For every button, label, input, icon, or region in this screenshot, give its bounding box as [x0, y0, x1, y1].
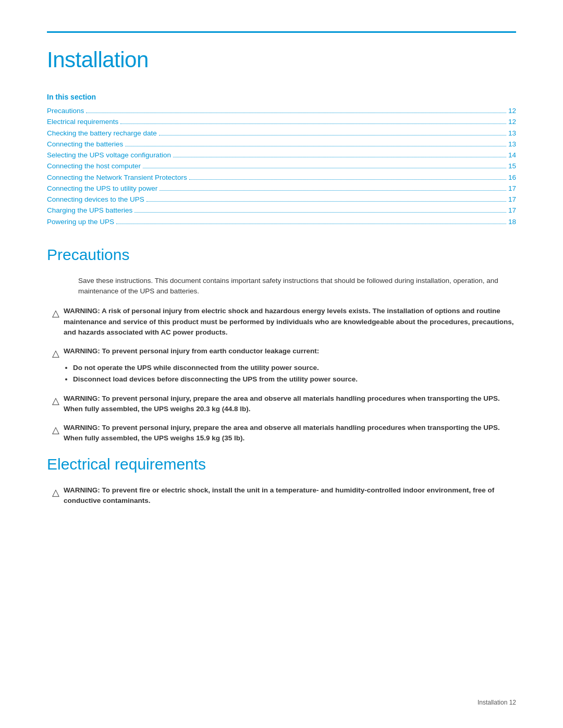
- warning-icon: △: [52, 306, 59, 320]
- toc-page: 12: [508, 106, 516, 116]
- toc-item[interactable]: Connecting the batteries13: [47, 139, 516, 150]
- toc-item[interactable]: Electrical requirements12: [47, 117, 516, 127]
- toc-fill: [173, 151, 506, 158]
- warning-line: △WARNING: To prevent personal injury, pr…: [52, 393, 516, 415]
- toc-item[interactable]: Connecting the UPS to utility power17: [47, 183, 516, 194]
- warning-bullet-item: Disconnect load devices before disconnec…: [73, 374, 516, 385]
- warning-text: WARNING: To prevent personal injury, pre…: [64, 423, 516, 444]
- toc-link[interactable]: Charging the UPS batteries: [47, 205, 132, 216]
- warning-block: △WARNING: To prevent fire or electric sh…: [47, 485, 516, 507]
- toc-fill: [134, 206, 506, 213]
- warnings-container: △WARNING: A risk of personal injury from…: [47, 306, 516, 443]
- electrical-requirements-heading: Electrical requirements: [47, 452, 516, 476]
- toc-fill: [116, 217, 506, 224]
- toc-item[interactable]: Powering up the UPS18: [47, 217, 516, 227]
- warning-line: △WARNING: A risk of personal injury from…: [52, 306, 516, 338]
- toc-page: 16: [508, 172, 516, 183]
- page: Installation In this section Precautions…: [0, 0, 563, 728]
- warning-line: △WARNING: To prevent fire or electric sh…: [52, 485, 516, 507]
- toc-link[interactable]: Connecting the host computer: [47, 161, 141, 171]
- toc-item[interactable]: Connecting devices to the UPS17: [47, 194, 516, 205]
- warning-block: △WARNING: To prevent personal injury, pr…: [47, 393, 516, 415]
- toc-page: 17: [508, 205, 516, 216]
- precautions-intro: Save these instructions. This document c…: [78, 276, 516, 297]
- toc-page: 15: [508, 161, 516, 171]
- warning-line: △WARNING: To prevent personal injury, pr…: [52, 423, 516, 444]
- toc-container: Precautions12Electrical requirements12Ch…: [47, 106, 516, 227]
- warning-text: WARNING: A risk of personal injury from …: [64, 306, 516, 338]
- warning-icon: △: [52, 423, 59, 437]
- toc-link[interactable]: Powering up the UPS: [47, 217, 114, 227]
- toc-page: 12: [508, 117, 516, 127]
- toc-item[interactable]: Checking the battery recharge date13: [47, 128, 516, 139]
- toc-link[interactable]: Connecting devices to the UPS: [47, 194, 144, 205]
- toc-fill: [125, 139, 506, 146]
- toc-item[interactable]: Selecting the UPS voltage configuration1…: [47, 150, 516, 161]
- footer: Installation 12: [478, 698, 516, 707]
- precautions-heading: Precautions: [47, 243, 516, 266]
- toc-link[interactable]: Electrical requirements: [47, 117, 118, 127]
- toc-page: 13: [508, 139, 516, 150]
- toc-page: 14: [508, 150, 516, 161]
- toc-fill: [120, 117, 506, 125]
- warning-line: △WARNING: To prevent personal injury fro…: [52, 346, 516, 361]
- warning-text: WARNING: To prevent personal injury, pre…: [64, 393, 516, 415]
- toc-link[interactable]: Precautions: [47, 106, 84, 116]
- toc-link[interactable]: Connecting the Network Transient Protect…: [47, 172, 187, 183]
- in-this-section-label: In this section: [47, 92, 516, 103]
- warning-block: △WARNING: A risk of personal injury from…: [47, 306, 516, 338]
- toc-page: 13: [508, 128, 516, 139]
- electrical-warnings-container: △WARNING: To prevent fire or electric sh…: [47, 485, 516, 507]
- toc-item[interactable]: Connecting the Network Transient Protect…: [47, 172, 516, 183]
- toc-fill: [189, 172, 506, 180]
- toc-item[interactable]: Charging the UPS batteries17: [47, 205, 516, 216]
- toc-fill: [146, 195, 506, 202]
- warning-block: △WARNING: To prevent personal injury fro…: [47, 346, 516, 385]
- warning-bullet-item: Do not operate the UPS while disconnecte…: [73, 363, 516, 373]
- warning-text: WARNING: To prevent personal injury from…: [64, 346, 319, 356]
- warning-icon: △: [52, 394, 59, 408]
- toc-link[interactable]: Selecting the UPS voltage configuration: [47, 150, 171, 161]
- toc-page: 17: [508, 194, 516, 205]
- toc-item[interactable]: Precautions12: [47, 106, 516, 116]
- warning-text: WARNING: To prevent fire or electric sho…: [64, 485, 516, 507]
- toc-page: 17: [508, 183, 516, 194]
- warning-icon: △: [52, 486, 59, 500]
- chapter-title: Installation: [47, 43, 516, 76]
- warning-icon: △: [52, 347, 59, 361]
- toc-link[interactable]: Checking the battery recharge date: [47, 128, 157, 139]
- warning-bullets: Do not operate the UPS while disconnecte…: [73, 363, 516, 385]
- toc-link[interactable]: Connecting the UPS to utility power: [47, 183, 157, 194]
- toc-link[interactable]: Connecting the batteries: [47, 139, 123, 150]
- toc-fill: [86, 106, 506, 114]
- toc-item[interactable]: Connecting the host computer15: [47, 161, 516, 171]
- toc-fill: [143, 162, 506, 169]
- toc-fill: [160, 183, 506, 191]
- toc-page: 18: [508, 217, 516, 227]
- toc-fill: [159, 128, 506, 135]
- warning-block: △WARNING: To prevent personal injury, pr…: [47, 423, 516, 444]
- top-rule: [47, 31, 516, 33]
